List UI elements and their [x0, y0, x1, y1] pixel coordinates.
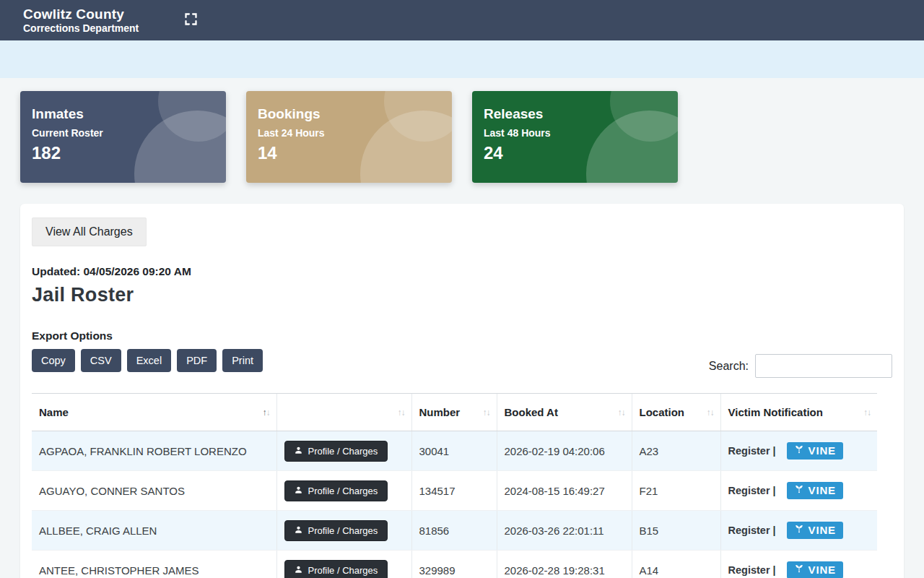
column-label: Victim Notification — [728, 406, 823, 418]
column-header-booked-at[interactable]: Booked At ↑↓ — [497, 394, 632, 431]
sort-icon: ↑↓ — [263, 407, 270, 418]
export-print-button[interactable]: Print — [222, 349, 263, 372]
vine-label: VINE — [808, 524, 836, 536]
inmate-name: ALLBEE, CRAIG ALLEN — [32, 511, 276, 551]
toolbar: Copy CSV Excel PDF Print Search: — [32, 349, 892, 378]
column-label: Location — [640, 406, 685, 418]
export-options-label: Export Options — [32, 329, 892, 342]
inmate-number: 81856 — [411, 511, 497, 551]
column-header-location[interactable]: Location ↑↓ — [632, 394, 720, 431]
column-header-number[interactable]: Number ↑↓ — [411, 394, 497, 431]
export-excel-button[interactable]: Excel — [127, 349, 171, 372]
vine-button[interactable]: VINE — [787, 522, 843, 539]
vine-button[interactable]: VINE — [787, 442, 843, 460]
profile-charges-label: Profile / Charges — [308, 565, 378, 576]
export-csv-button[interactable]: CSV — [81, 349, 121, 372]
export-pdf-button[interactable]: PDF — [177, 349, 217, 372]
roster-panel: View All Charges Updated: 04/05/2026 09:… — [20, 204, 904, 578]
sort-icon: ↑↓ — [483, 407, 490, 418]
profile-charges-label: Profile / Charges — [308, 446, 378, 457]
view-all-charges-button[interactable]: View All Charges — [32, 217, 147, 246]
page-title: Jail Roster — [32, 284, 892, 306]
vine-button[interactable]: VINE — [787, 561, 843, 578]
location: A14 — [632, 551, 720, 578]
inmate-name: AGPAOA, FRANKLIN ROBERT LORENZO — [32, 431, 276, 471]
export-copy-button[interactable]: Copy — [32, 349, 75, 372]
sort-icon: ↑↓ — [618, 407, 625, 418]
profile-charges-button[interactable]: Profile / Charges — [284, 520, 388, 541]
profile-charges-button[interactable]: Profile / Charges — [284, 480, 388, 501]
search-area: Search: — [709, 354, 892, 378]
person-icon — [295, 565, 302, 576]
table-row: AGUAYO, CONNER SANTOS Profile / Charges … — [32, 471, 877, 511]
column-label: Booked At — [505, 406, 558, 418]
vine-sprout-icon — [794, 524, 804, 536]
vine-sprout-icon — [794, 444, 804, 457]
expand-corners-icon — [183, 12, 199, 29]
column-header-victim-notification[interactable]: Victim Notification ↑↓ — [720, 394, 877, 431]
search-label: Search: — [709, 360, 749, 373]
victim-notification-cell: Register | VINE — [728, 482, 871, 499]
inmate-number: 30041 — [411, 431, 497, 471]
county-title: Cowlitz County — [23, 7, 139, 22]
victim-notification-cell: Register | VINE — [728, 442, 871, 460]
sort-icon: ↑↓ — [863, 407, 871, 418]
victim-notification-cell: Register | VINE — [728, 561, 871, 578]
person-icon — [295, 525, 302, 536]
header-accent-band — [0, 40, 924, 78]
stats-row: Inmates Current Roster 182 Bookings Last… — [0, 78, 924, 183]
vine-label: VINE — [808, 444, 836, 457]
updated-timestamp: Updated: 04/05/2026 09:20 AM — [32, 265, 892, 278]
table-header-row: Name ↑↓ ↑↓ Number ↑↓ Booked At ↑↓ Locati… — [32, 394, 877, 431]
column-header-actions[interactable]: ↑↓ — [276, 394, 411, 431]
location: F21 — [632, 471, 720, 511]
sort-icon: ↑↓ — [398, 407, 405, 418]
register-link[interactable]: Register | — [728, 525, 776, 536]
table-row: ALLBEE, CRAIG ALLEN Profile / Charges 81… — [32, 511, 877, 551]
vine-sprout-icon — [794, 484, 804, 496]
stat-card-inmates: Inmates Current Roster 182 — [20, 91, 226, 183]
vine-label: VINE — [808, 484, 836, 496]
column-header-name[interactable]: Name ↑↓ — [32, 394, 276, 431]
table-row: AGPAOA, FRANKLIN ROBERT LORENZO Profile … — [32, 431, 877, 471]
top-navbar: Cowlitz County Corrections Department — [0, 0, 924, 40]
profile-charges-button[interactable]: Profile / Charges — [284, 560, 388, 578]
table-row: ANTEE, CHRISTOPHER JAMES Profile / Charg… — [32, 551, 877, 578]
booked-at: 2026-02-19 04:20:06 — [497, 431, 632, 471]
register-link[interactable]: Register | — [728, 564, 776, 576]
vine-sprout-icon — [794, 564, 804, 576]
register-link[interactable]: Register | — [728, 445, 776, 457]
inmate-number: 134517 — [411, 471, 497, 511]
person-icon — [295, 446, 302, 457]
person-icon — [295, 486, 302, 496]
sort-icon: ↑↓ — [707, 407, 714, 418]
stat-card-releases: Releases Last 48 Hours 24 — [472, 91, 678, 183]
jail-roster-table: Name ↑↓ ↑↓ Number ↑↓ Booked At ↑↓ Locati… — [32, 393, 877, 578]
register-link[interactable]: Register | — [728, 485, 776, 496]
profile-charges-button[interactable]: Profile / Charges — [284, 441, 388, 462]
location: A23 — [632, 431, 720, 471]
booked-at: 2024-08-15 16:49:27 — [497, 471, 632, 511]
brand: Cowlitz County Corrections Department — [23, 7, 139, 34]
inmate-number: 329989 — [411, 551, 497, 578]
column-label: Number — [419, 406, 461, 418]
profile-charges-label: Profile / Charges — [308, 525, 378, 536]
booked-at: 2026-03-26 22:01:11 — [497, 511, 632, 551]
inmate-name: AGUAYO, CONNER SANTOS — [32, 471, 276, 511]
vine-button[interactable]: VINE — [787, 482, 843, 499]
department-subtitle: Corrections Department — [23, 22, 139, 34]
victim-notification-cell: Register | VINE — [728, 522, 871, 539]
search-input[interactable] — [755, 354, 892, 378]
booked-at: 2026-02-28 19:28:31 — [497, 551, 632, 578]
column-label: Name — [39, 406, 69, 418]
vine-label: VINE — [808, 564, 836, 576]
stat-card-bookings: Bookings Last 24 Hours 14 — [246, 91, 452, 183]
location: B15 — [632, 511, 720, 551]
fullscreen-button[interactable] — [180, 9, 201, 32]
profile-charges-label: Profile / Charges — [308, 486, 378, 496]
inmate-name: ANTEE, CHRISTOPHER JAMES — [32, 551, 276, 578]
